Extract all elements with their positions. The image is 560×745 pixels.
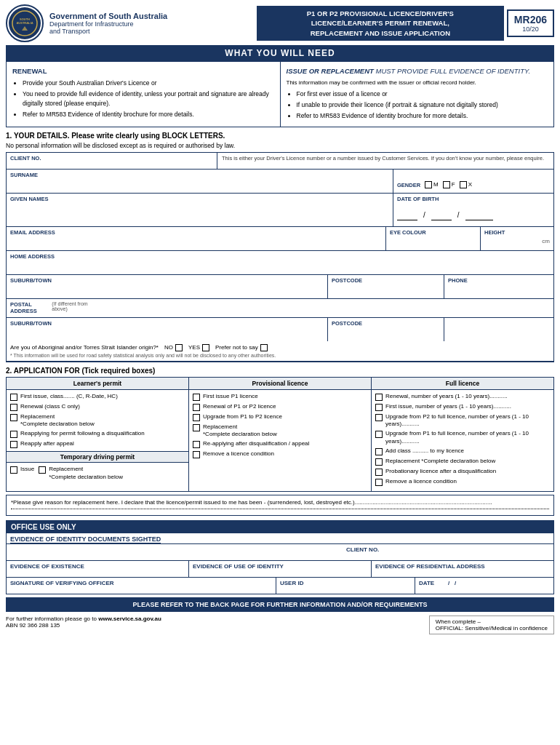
- issue-title: ISSUE or REPLACEMENT must provide full e…: [287, 66, 548, 76]
- mr-date: 10/20: [514, 25, 547, 33]
- learner-item-4: Reapply after appeal: [10, 440, 185, 448]
- postcode-input[interactable]: [332, 285, 440, 292]
- phone-input[interactable]: [448, 285, 550, 292]
- email-input[interactable]: [10, 237, 382, 244]
- given-names-cell: GIVEN NAMES: [7, 194, 393, 226]
- home-address-row: HOME ADDRESS: [7, 251, 553, 275]
- aboriginal-note: * This information will be used for road…: [10, 353, 550, 358]
- aboriginal-yes[interactable]: YES: [188, 344, 209, 351]
- learner-cb-4[interactable]: [10, 441, 17, 448]
- gender-x[interactable]: X: [460, 181, 472, 188]
- height-inner: cm: [484, 237, 550, 244]
- office-section: OFFICE USE ONLY EVIDENCE OF IDENTITY DOC…: [6, 520, 554, 594]
- evidence-existence: EVIDENCE OF EXISTENCE: [7, 561, 189, 577]
- surname-input[interactable]: [10, 180, 389, 187]
- footer-website[interactable]: www.service.sa.gov.au: [98, 615, 161, 622]
- prov-item-2: Upgrade from P1 to P2 licence: [193, 413, 367, 421]
- aboriginal-question: Are you of Aboriginal and/or Torres Stra…: [10, 344, 159, 351]
- dob-year[interactable]: [465, 212, 493, 220]
- gender-m[interactable]: M: [425, 181, 439, 188]
- gender-label: GENDER: [397, 182, 420, 188]
- aboriginal-prefer[interactable]: Prefer not to say: [215, 344, 268, 351]
- temp-issue-row: Issue Replacement *Complete declaration …: [10, 466, 185, 483]
- learner-cb-0[interactable]: [10, 394, 17, 401]
- temp-issue-cb[interactable]: [10, 466, 17, 474]
- postal-suburb-label: SUBURB/TOWN: [10, 320, 324, 327]
- postal-empty-cell: [444, 318, 553, 341]
- client-no-cell: CLIENT No.: [7, 153, 217, 169]
- prov-cb-0[interactable]: [193, 394, 200, 401]
- learner-cb-2[interactable]: [10, 414, 17, 421]
- prov-cb-3[interactable]: [193, 424, 200, 431]
- prov-item-3: Replacement *Complete declaration below: [193, 423, 367, 439]
- aboriginal-no-box[interactable]: [175, 344, 183, 351]
- section2-header: 2. APPLICATION FOR (Tick required boxes): [6, 367, 554, 375]
- prov-cb-1[interactable]: [193, 404, 200, 411]
- given-names-input[interactable]: [10, 204, 389, 211]
- learner-cb-3[interactable]: [10, 431, 17, 438]
- postal-postcode-input[interactable]: [332, 328, 440, 335]
- postal-address-input[interactable]: [96, 301, 550, 316]
- aboriginal-prefer-box[interactable]: [260, 344, 268, 351]
- eye-colour-label: EYE COLOUR: [390, 229, 476, 236]
- footer-left: For further information please go to www…: [6, 615, 161, 629]
- dob-inner: / /: [397, 211, 550, 220]
- full-cb-7[interactable]: [375, 479, 383, 486]
- full-cb-4[interactable]: [375, 448, 383, 455]
- aboriginal-yes-box[interactable]: [202, 344, 209, 351]
- page: SOUTH AUSTRALIA Government of South Aust…: [0, 0, 560, 639]
- evidence-header: EVIDENCE OF IDENTITY DOCUMENTS SIGHTED: [10, 535, 161, 543]
- renewal-item-3: Refer to MR583 Evidence of Identity broc…: [23, 110, 274, 119]
- eye-colour-input[interactable]: [390, 237, 476, 244]
- suburb-label: SUBURB/TOWN: [10, 277, 324, 284]
- full-cb-5[interactable]: [375, 458, 383, 466]
- gov-text: Government of South Australia Department…: [49, 12, 257, 35]
- full-cb-1[interactable]: [375, 404, 383, 411]
- sig-label: SIGNATURE OF VERIFYING OFFICER: [7, 578, 276, 594]
- form-title-line1: P1 OR P2 PROVISIONAL LICENCE/DRIVER'S: [264, 9, 497, 18]
- temp-replacement-cb[interactable]: [39, 466, 46, 474]
- header: SOUTH AUSTRALIA Government of South Aust…: [6, 4, 554, 42]
- prov-cb-5[interactable]: [193, 451, 200, 458]
- learners-header: Learner's permit: [7, 378, 188, 390]
- client-no-note: This is either your Driver's Licence num…: [217, 153, 553, 169]
- full-cb-3[interactable]: [375, 431, 383, 438]
- full-cb-2[interactable]: [375, 414, 383, 421]
- gender-f-box[interactable]: [443, 181, 450, 188]
- footer: For further information please go to www…: [6, 615, 554, 634]
- sig-row: SIGNATURE OF VERIFYING OFFICER USER ID D…: [7, 578, 553, 594]
- replacement-dotted-line: [11, 509, 549, 509]
- info-box: RENEWAL Provide your South Australian Dr…: [6, 61, 554, 127]
- learner-cb-1[interactable]: [10, 404, 17, 411]
- client-no-label: CLIENT No.: [10, 155, 213, 162]
- dob-day[interactable]: [397, 212, 417, 220]
- evidence-header-row: EVIDENCE OF IDENTITY DOCUMENTS SIGHTED: [7, 533, 553, 544]
- height-input[interactable]: [484, 237, 535, 244]
- surname-cell: SURNAME: [7, 170, 393, 193]
- gender-f[interactable]: F: [443, 181, 455, 188]
- dob-month[interactable]: [431, 212, 452, 220]
- home-address-input[interactable]: [10, 261, 550, 268]
- gender-x-box[interactable]: [460, 181, 467, 188]
- postal-suburb-input[interactable]: [10, 328, 324, 335]
- issue-note: This information may be confirmed with t…: [287, 79, 548, 87]
- prov-cb-2[interactable]: [193, 414, 200, 421]
- prov-cb-4[interactable]: [193, 441, 200, 448]
- gov-line1: Government of South Australia: [49, 12, 257, 20]
- prov-item-4: Re-applying after disqualification / app…: [193, 440, 367, 448]
- suburb-input[interactable]: [10, 285, 324, 292]
- full-cb-6[interactable]: [375, 469, 383, 476]
- prov-item-1: Renewal of P1 or P2 licence: [193, 403, 367, 411]
- postal-suburb-cell: SUBURB/TOWN: [7, 318, 328, 341]
- phone-label: PHONE: [448, 277, 550, 284]
- provisional-col: Provisional licence First issue P1 licen…: [189, 378, 372, 492]
- gov-line3: and Transport: [49, 28, 257, 35]
- postal-address-note: (If different from above): [52, 301, 96, 316]
- eye-cell: EYE COLOUR: [386, 227, 481, 250]
- full-cb-0[interactable]: [375, 394, 383, 401]
- aboriginal-no[interactable]: NO: [164, 344, 183, 351]
- renewal-item-1: Provide your South Australian Driver's L…: [23, 79, 274, 88]
- provisional-header: Provisional licence: [189, 378, 371, 390]
- gender-m-box[interactable]: [425, 181, 432, 188]
- learner-item-2: Replacement *Complete declaration below: [10, 413, 185, 429]
